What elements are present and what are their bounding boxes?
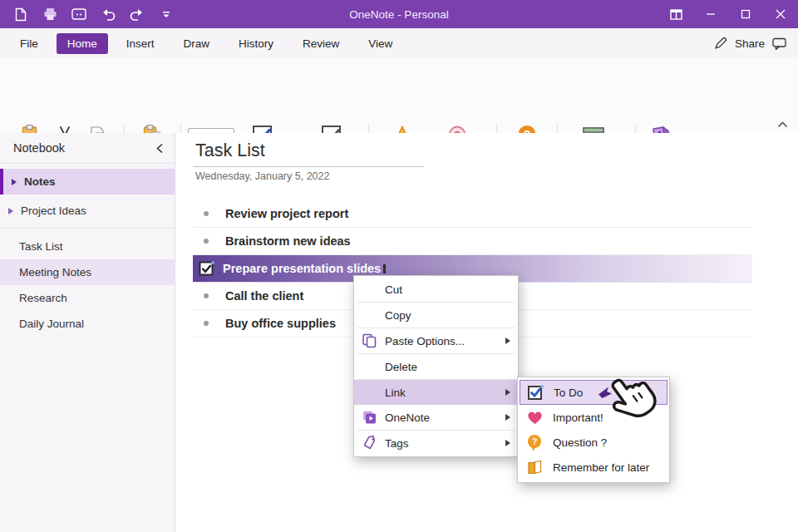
print-icon [43,7,57,21]
text-cursor [383,264,386,273]
sidebar-page-daily-journal[interactable]: Daily Journal [0,311,175,337]
tab-insert[interactable]: Insert [116,33,165,54]
collapse-sidebar-button[interactable] [156,143,163,154]
tab-draw[interactable]: Draw [173,33,221,54]
close-icon [776,9,786,19]
submenu-arrow-icon [505,389,510,396]
task-row[interactable]: Review project report [193,200,752,228]
undo-button[interactable] [101,7,116,22]
context-menu-item-delete[interactable]: Delete [354,354,518,379]
window-controls [658,0,798,28]
expand-triangle-icon [12,179,17,185]
tab-home[interactable]: Home [57,33,108,54]
tab-history[interactable]: History [228,33,284,54]
customize-quick-access-button[interactable] [159,7,174,22]
redo-button[interactable] [130,7,145,22]
notebook-header-label: Notebook [13,141,65,155]
context-menu-item-cut[interactable]: Cut [354,277,518,302]
task-row[interactable]: Brainstorm new ideas [193,228,752,255]
sidebar-section-project-ideas[interactable]: Project Ideas [0,198,175,224]
ribbon-layout-button[interactable] [658,0,693,28]
sidebar-section-notes[interactable]: Notes [0,169,175,195]
maximize-button[interactable] [728,0,763,28]
collapse-ribbon-button[interactable] [777,121,788,128]
sidebar-page-research[interactable]: Research [0,285,175,311]
print-button[interactable] [42,7,57,22]
ribbon: Paste Cut Copy Format Painter Text To Do… [0,58,798,134]
submenu-arrow-icon [505,337,510,344]
quick-access-toolbar [13,7,174,22]
title-bar: OneNote - Personal [0,0,798,28]
onenote-window: OneNote - Personal File Home Insert Draw… [0,0,798,532]
title-underline [193,166,424,167]
tag-icon [362,436,377,451]
context-menu-item-link[interactable]: Link [354,380,518,405]
book-icon [526,460,544,475]
chevron-down-icon [162,11,170,18]
submenu-arrow-icon [505,440,510,446]
folder-icon [71,8,86,20]
tab-review[interactable]: Review [292,33,350,54]
context-menu: Cut Copy Paste Options... Delete Link On… [353,275,519,457]
bullet-icon [204,239,209,244]
context-menu-item-onenote[interactable]: OneNote [354,405,518,430]
ribbon-tab-bar: File Home Insert Draw History Review Vie… [0,28,798,59]
recent-notes-button[interactable] [71,7,86,22]
layout-icon [670,9,682,20]
context-menu-item-copy[interactable]: Copy [354,303,518,328]
sidebar-page-task-list[interactable]: Task List [0,234,175,259]
minimize-icon [706,9,716,19]
to-do-checkbox-icon [527,384,544,401]
page-title[interactable]: Task List [195,140,265,161]
redo-icon [130,8,145,21]
submenu-item-remember[interactable]: Remember for later [518,455,669,480]
to-do-checkbox-icon[interactable] [199,261,214,277]
question-bubble-icon: ? [526,434,544,451]
bullet-icon [204,293,209,298]
bullet-icon [204,211,209,216]
chevron-up-icon [777,121,788,128]
submenu-arrow-icon [505,414,510,421]
heart-icon [526,410,544,426]
svg-text:?: ? [532,436,538,446]
expand-triangle-icon [8,208,13,214]
edit-pencil-icon [714,37,727,50]
context-menu-item-tags[interactable]: Tags [354,431,518,456]
tab-view[interactable]: View [357,33,403,54]
new-page-icon [15,7,27,22]
new-page-button[interactable] [13,7,28,22]
tab-file[interactable]: File [9,33,49,54]
sidebar-page-meeting-notes[interactable]: Meeting Notes [0,259,175,285]
notebook-sidebar: Notebook Notes Project Ideas Task List M… [0,133,175,532]
comment-icon [772,37,786,50]
share-button[interactable]: Share [735,37,765,50]
paste-options-icon [362,333,377,349]
onenote-icon [362,410,377,426]
context-menu-item-paste-options[interactable]: Paste Options... [354,328,518,353]
close-button[interactable] [763,0,798,28]
comments-button[interactable] [772,37,786,50]
minimize-button[interactable] [693,0,728,28]
page-date: Wednesday, January 5, 2022 [195,170,329,182]
bullet-icon [204,321,209,326]
submenu-item-question[interactable]: ? Question ? [518,430,669,455]
undo-icon [101,8,116,21]
chevron-left-icon [156,143,163,154]
maximize-icon [741,9,751,19]
